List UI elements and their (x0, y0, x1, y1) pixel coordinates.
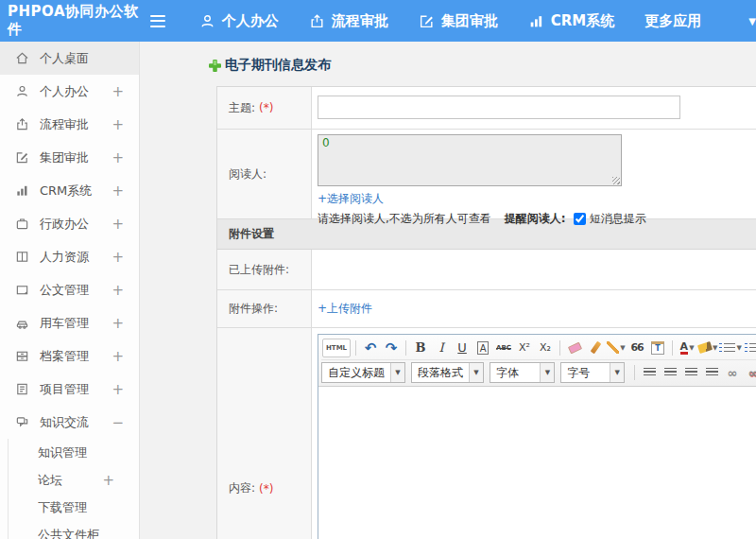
expand-plus-icon[interactable]: + (112, 249, 124, 266)
user-icon (199, 13, 215, 29)
uploaded-attachments-value (312, 250, 756, 289)
expand-plus-icon[interactable]: + (112, 149, 124, 166)
archive-icon (15, 349, 29, 363)
uploaded-attachments-label-cell: 已上传附件: (217, 250, 312, 289)
green-plus-icon (209, 60, 221, 72)
nav-group-approval[interactable]: 集团审批 (419, 12, 498, 30)
document-icon (15, 283, 29, 297)
subscript-button[interactable]: X₂ (536, 339, 555, 357)
sidebar-item-admin-office[interactable]: 行政办公 + (0, 207, 139, 240)
heading-style-select[interactable]: 自定义标题▼ (321, 362, 405, 383)
font-name-button[interactable]: A (477, 341, 490, 355)
sidebar-item-personal-office[interactable]: 个人办公 + (0, 75, 139, 108)
font-color-button[interactable]: A▼ (678, 339, 696, 357)
sidebar-item-crm-system[interactable]: CRM系统 + (0, 174, 139, 207)
resize-handle[interactable] (612, 177, 620, 184)
expand-plus-icon[interactable]: + (112, 348, 124, 365)
nav-crm-system[interactable]: CRM系统 (528, 12, 615, 30)
remove-format-eraser-icon[interactable] (565, 339, 584, 357)
content-label-cell: 内容: (*) (217, 328, 312, 539)
strikethrough-button[interactable]: ABC (494, 339, 513, 357)
sidebar-item-project-management[interactable]: 项目管理 + (0, 373, 139, 406)
expand-plus-icon[interactable]: + (112, 315, 124, 332)
auto-typeset-wand-icon[interactable]: ▼ (607, 339, 626, 357)
chat-bubbles-icon (15, 415, 29, 429)
edit-icon (15, 150, 29, 165)
ordered-list-icon[interactable]: ▼ (719, 339, 741, 357)
nav-label: 个人办公 (222, 12, 279, 30)
readers-textarea[interactable]: 0 (318, 134, 622, 186)
unordered-list-icon[interactable] (744, 339, 756, 357)
superscript-button[interactable]: X² (515, 339, 534, 357)
chevron-down-icon: ▼ (390, 363, 404, 382)
align-center-icon[interactable] (661, 363, 679, 382)
collapse-minus-icon[interactable]: − (112, 414, 124, 431)
subject-input[interactable] (318, 96, 680, 119)
align-right-icon[interactable] (681, 363, 700, 382)
share-arrow-icon (309, 13, 325, 29)
sidebar-item-workflow-approval[interactable]: 流程审批 + (0, 108, 139, 141)
nav-label: 流程审批 (332, 12, 388, 30)
sidebar-item-vehicle-management[interactable]: 用车管理 + (0, 306, 139, 339)
expand-plus-icon[interactable]: + (112, 216, 124, 233)
chevron-down-icon: ▼ (469, 363, 483, 382)
remind-readers-label: 提醒阅读人: (505, 211, 566, 227)
chevron-down-icon[interactable]: ▼ (748, 16, 756, 26)
sidebar-item-knowledge-exchange[interactable]: 知识交流 − (0, 406, 139, 439)
font-size-select[interactable]: 字号▼ (560, 362, 625, 383)
upload-attachment-link[interactable]: +上传附件 (318, 301, 372, 317)
expand-plus-icon[interactable]: + (112, 381, 124, 398)
nav-label: CRM系统 (551, 12, 615, 30)
sidebar-item-public-file-cabinet[interactable]: 公共文件柜 (9, 521, 139, 539)
html-source-button[interactable]: HTML (322, 339, 351, 357)
sidebar-item-archive-management[interactable]: 档案管理 + (0, 339, 139, 373)
sidebar-item-forum[interactable]: 论坛 + (9, 466, 139, 494)
expand-plus-icon[interactable]: + (102, 472, 114, 489)
top-nav: 个人办公 流程审批 集团审批 CRM系统 更多应用 ▼ (199, 12, 756, 30)
sidebar-item-download-management[interactable]: 下载管理 (9, 494, 139, 521)
nav-label: 更多应用 (644, 12, 701, 30)
subject-label-cell: 主题: (*) (217, 87, 312, 129)
nav-more-apps[interactable]: 更多应用 (644, 12, 701, 30)
nav-workflow-approval[interactable]: 流程审批 (309, 12, 388, 30)
bold-button[interactable]: B (411, 339, 430, 357)
undo-icon[interactable]: ↶ (361, 339, 380, 357)
user-icon (15, 84, 29, 98)
remove-link-icon[interactable]: ∞ (744, 363, 756, 382)
underline-button[interactable]: U (453, 339, 472, 357)
italic-button[interactable]: I (432, 339, 451, 357)
publish-form: 主题: (*) 阅读人: 0 +选择阅读人 (216, 86, 756, 539)
format-brush-icon[interactable] (586, 339, 605, 357)
insert-link-icon[interactable]: ∞ (723, 363, 742, 382)
sidebar-item-human-resources[interactable]: 人力资源 + (0, 240, 139, 273)
expand-plus-icon[interactable]: + (112, 183, 124, 200)
sms-remind-checkbox[interactable] (574, 213, 586, 225)
sidebar-item-group-approval[interactable]: 集团审批 + (0, 141, 139, 174)
paste-as-text-icon[interactable]: T (648, 339, 667, 357)
content-row: 内容: (*) HTML ↶ ↷ B (217, 328, 756, 539)
bar-chart-icon (15, 183, 29, 198)
sidebar-item-knowledge-management[interactable]: 知识管理 (9, 439, 139, 466)
blockquote-button[interactable]: 66 (627, 339, 646, 357)
redo-icon[interactable]: ↷ (382, 339, 401, 357)
expand-plus-icon[interactable]: + (112, 282, 124, 299)
chevron-down-icon: ▼ (610, 363, 624, 382)
hamburger-menu-icon[interactable] (150, 15, 165, 27)
highlight-color-icon[interactable]: ▼ (698, 339, 717, 357)
attachment-actions-row: 附件操作: +上传附件 (217, 290, 756, 328)
align-left-icon[interactable] (640, 363, 659, 382)
choose-readers-link[interactable]: +选择阅读人 (318, 192, 384, 205)
nav-personal-office[interactable]: 个人办公 (199, 12, 279, 30)
required-mark: (*) (259, 482, 273, 496)
expand-plus-icon[interactable]: + (112, 83, 124, 100)
car-icon (15, 316, 29, 330)
sidebar-item-document-management[interactable]: 公文管理 + (0, 273, 139, 306)
font-family-select[interactable]: 字体▼ (490, 362, 555, 383)
expand-plus-icon[interactable]: + (112, 116, 124, 133)
sms-checkbox-label: 短消息提示 (590, 211, 646, 227)
sidebar-item-personal-desktop[interactable]: 个人桌面 (0, 42, 139, 75)
paragraph-format-select[interactable]: 段落格式▼ (411, 362, 484, 383)
align-justify-icon[interactable] (702, 363, 721, 382)
readers-row: 阅读人: 0 +选择阅读人 请选择阅读人,不选为所有人可查看 提醒阅读人: 短消… (217, 130, 756, 219)
editor-content-area[interactable] (318, 387, 756, 539)
